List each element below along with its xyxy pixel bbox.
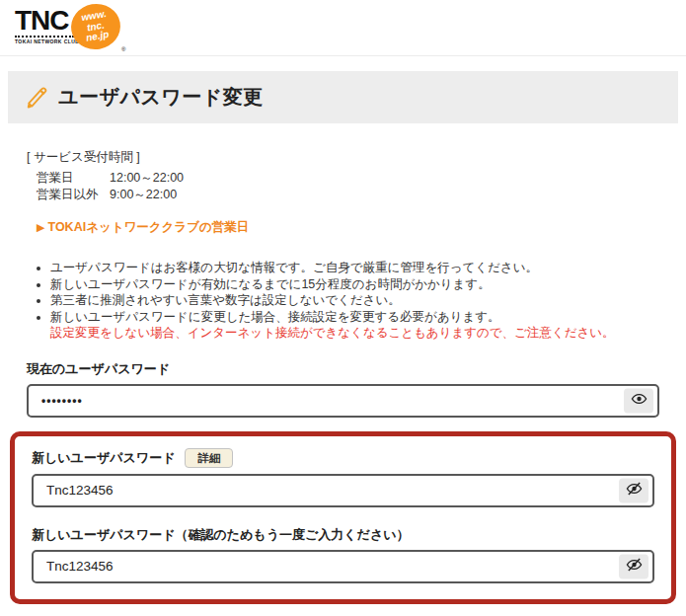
new-password-group: 新しいユーザパスワード 詳細	[32, 448, 654, 507]
service-hours-row: 営業日以外 9:00～22:00	[27, 187, 659, 203]
registered-trademark-mark: ®	[121, 46, 125, 52]
current-password-input-wrap	[27, 384, 659, 418]
service-hours-value: 9:00～22:00	[110, 187, 177, 203]
service-hours-heading: [ サービス受付時間 ]	[27, 149, 659, 166]
new-password-label: 新しいユーザパスワード	[32, 449, 175, 467]
logo-dotted-line	[15, 36, 74, 38]
notice-item: ユーザパスワードはお客様の大切な情報です。ご自身で厳重に管理を行ってください。	[50, 260, 659, 276]
notice-item: 新しいユーザパスワードが有効になるまでに15分程度のお時間がかかります。	[50, 276, 659, 293]
site-header: TNC TOKAI NETWORK CLUB www. tnc. ne.jp ®	[0, 0, 686, 56]
current-password-label: 現在のユーザパスワード	[27, 360, 170, 378]
notice-item: 新しいユーザパスワードに変更した場合、接続設定を変更する必要があります。	[50, 309, 659, 326]
notice-item: 第三者に推測されやすい言葉や数字は設定しないでください。	[50, 292, 659, 309]
detail-button[interactable]: 詳細	[185, 448, 233, 468]
new-password-input-wrap	[32, 474, 654, 507]
eye-icon	[631, 391, 648, 411]
triangle-right-icon: ▶	[37, 221, 44, 233]
hide-password-button[interactable]	[619, 478, 648, 502]
page-title: ユーザパスワード変更	[58, 84, 264, 111]
business-days-link[interactable]: ▶TOKAIネットワーククラブの営業日	[37, 219, 249, 236]
service-hours-section: [ サービス受付時間 ] 営業日 12:00～22:00 営業日以外 9:00～…	[27, 149, 659, 236]
confirm-password-group: 新しいユーザパスワード（確認のためもう一度ご入力ください）	[32, 526, 654, 583]
main-content: [ サービス受付時間 ] 営業日 12:00～22:00 営業日以外 9:00～…	[0, 149, 686, 616]
confirm-password-input[interactable]	[34, 552, 652, 581]
hide-password-button[interactable]	[619, 554, 648, 578]
page-title-bar: ユーザパスワード変更	[8, 71, 678, 123]
annotation-highlight-box: 新しいユーザパスワード 詳細 新しいユーザパスワー	[10, 431, 676, 604]
new-password-input[interactable]	[34, 476, 652, 505]
notice-warning-text: 設定変更をしない場合、インターネット接続ができなくなることもありますので、ご注意…	[50, 325, 659, 342]
confirm-password-label: 新しいユーザパスワード（確認のためもう一度ご入力ください）	[32, 526, 409, 544]
business-days-link-label: TOKAIネットワーククラブの営業日	[47, 220, 249, 234]
show-password-button[interactable]	[624, 388, 653, 413]
pencil-icon	[26, 86, 48, 109]
service-hours-value: 12:00～22:00	[110, 170, 184, 187]
notice-list: ユーザパスワードはお客様の大切な情報です。ご自身で厳重に管理を行ってください。 …	[27, 260, 659, 342]
eye-slash-icon	[626, 481, 643, 500]
service-hours-label: 営業日以外	[37, 187, 110, 203]
current-password-input[interactable]	[29, 386, 657, 416]
confirm-password-input-wrap	[32, 550, 654, 583]
service-hours-label: 営業日	[37, 170, 110, 187]
tnc-logo[interactable]: TNC TOKAI NETWORK CLUB www. tnc. ne.jp ®	[15, 7, 133, 52]
eye-slash-icon	[626, 557, 643, 577]
logo-badge-line: ne.jp	[85, 30, 110, 43]
service-hours-row: 営業日 12:00～22:00	[27, 170, 659, 187]
current-password-group: 現在のユーザパスワード	[27, 360, 659, 418]
